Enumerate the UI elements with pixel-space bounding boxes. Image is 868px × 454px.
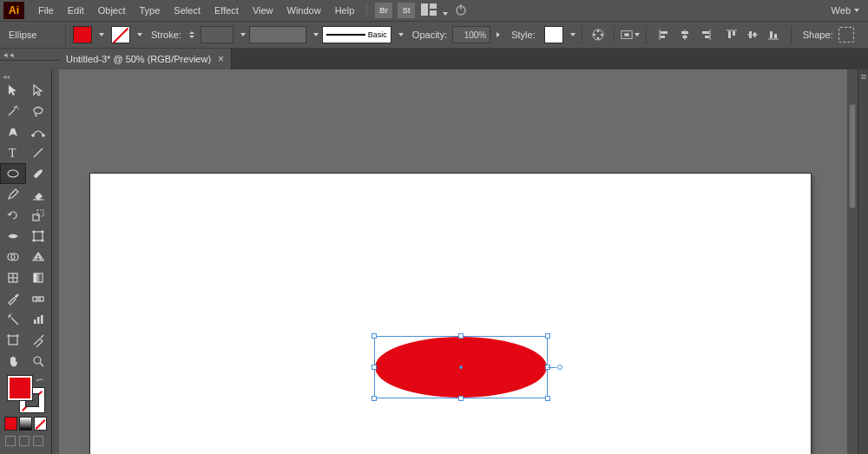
variable-width-dropdown[interactable]	[310, 33, 319, 36]
rotate-handle[interactable]	[557, 365, 562, 370]
pencil-tool[interactable]	[0, 184, 26, 205]
draw-behind-icon[interactable]	[19, 436, 30, 446]
free-transform-tool[interactable]	[26, 226, 52, 247]
ellipse-tool[interactable]	[0, 163, 26, 184]
fill-dropdown[interactable]	[95, 33, 104, 36]
draw-inside-icon[interactable]	[33, 436, 43, 446]
align-left-icon[interactable]	[654, 25, 674, 44]
fill-swatch[interactable]	[73, 26, 92, 43]
graphic-style-swatch[interactable]	[544, 26, 563, 43]
svg-line-63	[40, 363, 43, 366]
opacity-dropdown[interactable]	[494, 32, 503, 37]
handle-top-right[interactable]	[545, 333, 550, 339]
variable-width-profile[interactable]	[249, 26, 306, 43]
arrange-documents-icon[interactable]	[421, 3, 448, 17]
handle-top-left[interactable]	[372, 333, 377, 339]
draw-normal-icon[interactable]	[5, 436, 16, 446]
close-icon[interactable]: ×	[218, 53, 224, 65]
eyedropper-tool[interactable]	[0, 288, 26, 309]
toolbox-grip[interactable]: ◂◂	[0, 73, 51, 80]
color-mode-solid[interactable]	[4, 417, 17, 431]
align-to-icon[interactable]	[621, 25, 640, 44]
swap-fill-stroke-icon[interactable]: ⤺	[36, 375, 43, 385]
stroke-weight-dropdown[interactable]	[237, 33, 246, 36]
stroke-swatch[interactable]	[111, 26, 130, 43]
menu-object[interactable]: Object	[91, 5, 133, 16]
vertical-scrollbar[interactable]	[847, 69, 858, 454]
align-hcenter-icon[interactable]	[675, 25, 694, 44]
stroke-weight-stepper[interactable]	[187, 26, 197, 43]
width-tool[interactable]	[0, 226, 26, 247]
canvas-area[interactable]	[59, 69, 858, 454]
bridge-button[interactable]: Br	[375, 3, 392, 18]
handle-bottom-left[interactable]	[372, 396, 377, 401]
fill-stroke-control[interactable]: ⤺	[7, 375, 45, 413]
symbol-sprayer-tool[interactable]	[0, 309, 26, 330]
menu-edit[interactable]: Edit	[61, 5, 91, 16]
gpu-preview-icon[interactable]	[455, 3, 467, 17]
svg-rect-20	[705, 36, 709, 38]
shape-properties-icon[interactable]	[838, 27, 854, 43]
column-graph-tool[interactable]	[26, 309, 52, 330]
menu-effect[interactable]: Effect	[207, 5, 246, 16]
color-mode-gradient[interactable]	[19, 417, 32, 431]
slice-tool[interactable]	[26, 330, 52, 351]
direct-selection-tool[interactable]	[26, 80, 52, 101]
handle-bottom-mid[interactable]	[458, 396, 464, 401]
handle-top-mid[interactable]	[458, 333, 464, 339]
svg-rect-23	[733, 31, 735, 36]
selection-tool[interactable]	[0, 80, 26, 101]
menu-help[interactable]: Help	[328, 5, 362, 16]
align-top-icon[interactable]	[722, 25, 741, 44]
menu-type[interactable]: Type	[133, 5, 168, 16]
type-tool[interactable]: T	[0, 142, 26, 163]
align-vcenter-icon[interactable]	[743, 25, 762, 44]
artboard[interactable]	[90, 174, 811, 454]
line-segment-tool[interactable]	[26, 142, 52, 163]
stroke-weight-field[interactable]	[201, 26, 233, 43]
rotate-tool[interactable]	[0, 205, 26, 226]
svg-rect-13	[661, 31, 667, 34]
menu-window[interactable]: Window	[280, 5, 328, 16]
scrollbar-thumb[interactable]	[849, 104, 856, 208]
brush-definition[interactable]: Basic	[322, 26, 391, 43]
recolor-artwork-icon[interactable]	[589, 25, 608, 44]
selection-bounding-box[interactable]	[374, 336, 548, 398]
artboard-tool[interactable]	[0, 330, 26, 351]
style-dropdown[interactable]	[567, 33, 575, 36]
workspace-switcher[interactable]: Web	[826, 5, 865, 16]
right-panel-dock[interactable]	[858, 69, 868, 454]
brush-label: Basic	[368, 30, 387, 39]
handle-bottom-right[interactable]	[545, 396, 550, 401]
scale-tool[interactable]	[26, 205, 52, 226]
eraser-tool[interactable]	[26, 184, 52, 205]
toolbox-collapse-grip[interactable]: ◂◂	[0, 49, 59, 61]
blend-tool[interactable]	[26, 288, 52, 309]
menu-view[interactable]: View	[246, 5, 280, 16]
align-bottom-icon[interactable]	[764, 25, 783, 44]
shape-builder-tool[interactable]	[0, 247, 26, 267]
perspective-grid-tool[interactable]	[26, 247, 52, 267]
opacity-field[interactable]: 100%	[452, 26, 490, 43]
menu-file[interactable]: File	[31, 5, 61, 16]
lasso-tool[interactable]	[26, 101, 52, 122]
paintbrush-tool[interactable]	[26, 163, 51, 184]
mesh-tool[interactable]	[0, 267, 26, 288]
pen-tool[interactable]	[0, 122, 26, 142]
align-right-icon[interactable]	[696, 25, 715, 44]
svg-rect-56	[41, 315, 43, 324]
magic-wand-tool[interactable]	[0, 101, 26, 122]
hand-tool[interactable]	[0, 351, 26, 372]
color-mode-none[interactable]	[34, 417, 47, 431]
fill-color-icon[interactable]	[7, 375, 33, 401]
zoom-tool[interactable]	[26, 351, 52, 372]
handle-mid-left[interactable]	[372, 365, 377, 370]
brush-dropdown[interactable]	[395, 33, 404, 36]
document-tab[interactable]: Untitled-3* @ 50% (RGB/Preview) ×	[59, 49, 232, 69]
gradient-tool[interactable]	[26, 267, 52, 288]
menu-select[interactable]: Select	[167, 5, 207, 16]
stroke-dropdown[interactable]	[134, 33, 142, 36]
stock-button[interactable]: St	[398, 3, 415, 18]
svg-rect-38	[37, 210, 43, 216]
curvature-tool[interactable]	[26, 122, 52, 142]
